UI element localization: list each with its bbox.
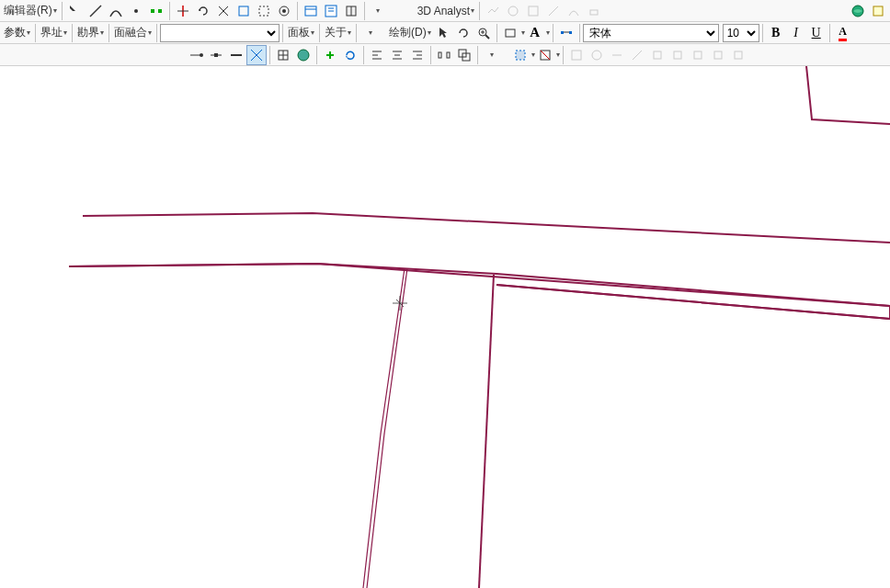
map-feature-line [83, 213, 890, 243]
text-dropdown-icon[interactable]: ▾ [546, 28, 550, 37]
align-center-icon[interactable] [387, 45, 407, 65]
disabled-extra-8 [708, 45, 728, 65]
refresh-icon[interactable] [340, 45, 360, 65]
italic-button[interactable]: I [786, 23, 806, 43]
disabled-extra-3 [607, 45, 627, 65]
font-size-select[interactable]: 10 [723, 24, 759, 42]
underline-button[interactable]: U [806, 23, 827, 43]
survey-menu-label: 勘界 [77, 25, 99, 40]
separator [62, 2, 63, 20]
svg-point-11 [282, 9, 286, 13]
pointer-icon[interactable] [433, 23, 453, 43]
select-rect-icon[interactable] [254, 1, 274, 21]
map-feature-line [384, 268, 407, 434]
separator [364, 2, 365, 20]
layer-combo[interactable] [160, 24, 280, 42]
draw-menu[interactable]: 绘制(D) ▾ [387, 25, 433, 40]
map-canvas[interactable] [0, 66, 890, 588]
distribute-h-icon[interactable] [434, 45, 454, 65]
font-color-button[interactable]: A [833, 23, 853, 43]
extend-tool-icon[interactable] [234, 1, 254, 21]
params-menu[interactable]: 参数 ▾ [2, 25, 32, 40]
edit-tool-icon[interactable] [65, 1, 86, 21]
svg-rect-59 [516, 51, 525, 60]
svg-rect-8 [239, 6, 248, 16]
trim-tool-icon[interactable] [213, 1, 234, 21]
svg-line-61 [541, 51, 550, 60]
disabled-extra-1 [566, 45, 587, 65]
rotate-icon[interactable] [453, 23, 474, 43]
align-right-icon[interactable] [407, 45, 428, 65]
snap-vertex-icon[interactable] [206, 45, 226, 65]
toolbar-overflow-icon[interactable]: ▾ [359, 23, 380, 43]
clear-dropdown-icon[interactable]: ▾ [556, 51, 560, 59]
separator [762, 24, 763, 42]
split-tool-icon[interactable] [173, 1, 193, 21]
bold-button[interactable]: B [766, 23, 786, 43]
more-options-icon[interactable]: ▾ [368, 1, 388, 21]
separator [108, 24, 109, 42]
svg-point-63 [592, 51, 601, 60]
globe-small-icon[interactable] [293, 45, 314, 65]
survey-menu[interactable]: 勘界 ▾ [75, 25, 106, 40]
analyst-menu[interactable]: 3D Analyst ▾ [416, 5, 476, 17]
selection-tool-icon[interactable] [510, 45, 531, 65]
buffer-tool-icon[interactable] [274, 1, 294, 21]
disabled-extra-4 [627, 45, 647, 65]
separator [319, 24, 320, 42]
text-tool-icon[interactable]: A [525, 23, 545, 43]
target-icon[interactable] [341, 1, 361, 21]
globe-icon[interactable] [848, 1, 868, 21]
chevron-down-icon: ▾ [63, 28, 67, 37]
svg-rect-24 [873, 6, 883, 16]
merge-menu[interactable]: 面融合 ▾ [112, 25, 154, 40]
point-tool-icon[interactable] [126, 1, 146, 21]
analyst-menu-label: 3D Analyst [417, 5, 470, 17]
svg-point-1 [134, 9, 138, 13]
edit-vertices-icon[interactable] [556, 23, 576, 43]
more-tool-icon[interactable]: ▾ [481, 45, 501, 65]
editor-menu[interactable]: 编辑器(R) ▾ [2, 3, 59, 18]
toolbar-row-3: ▾ ▾ ▾ [0, 44, 890, 66]
disabled-extra-6 [668, 45, 688, 65]
attributes-icon[interactable] [301, 1, 321, 21]
snap-endpoint-icon[interactable] [186, 45, 206, 65]
svg-rect-31 [569, 31, 572, 34]
group-icon[interactable] [454, 45, 474, 65]
font-select[interactable]: 宋体 [583, 24, 719, 42]
align-left-icon[interactable] [367, 45, 387, 65]
add-feature-icon[interactable] [320, 45, 340, 65]
disabled-extra-5 [647, 45, 668, 65]
line-tool-icon[interactable] [86, 1, 106, 21]
vertex-tool-icon[interactable] [146, 1, 166, 21]
separator [477, 46, 478, 64]
disabled-extra-7 [688, 45, 708, 65]
disabled-tool-5 [564, 1, 584, 21]
disabled-extra-2 [587, 45, 607, 65]
chevron-down-icon: ▾ [53, 6, 57, 15]
separator [479, 2, 480, 20]
map-addon-icon[interactable] [868, 1, 888, 21]
zoom-in-icon[interactable] [474, 23, 494, 43]
svg-rect-3 [158, 9, 162, 13]
svg-rect-69 [735, 51, 742, 59]
about-menu[interactable]: 关于 ▾ [323, 25, 353, 40]
panel-menu[interactable]: 面板 ▾ [286, 25, 316, 40]
sketch-props-icon[interactable] [321, 1, 341, 21]
separator [579, 24, 580, 42]
separator [156, 24, 157, 42]
grid-tool-icon[interactable] [273, 45, 293, 65]
svg-line-0 [90, 6, 101, 17]
params-menu-label: 参数 [4, 25, 26, 40]
boundary-menu[interactable]: 界址 ▾ [39, 25, 69, 40]
snap-edge-icon[interactable] [226, 45, 246, 65]
arc-tool-icon[interactable] [106, 1, 126, 21]
crosshair-cursor [393, 296, 407, 311]
chevron-down-icon: ▾ [148, 28, 152, 37]
clear-selection-icon[interactable] [535, 45, 555, 65]
rectangle-draw-icon[interactable] [500, 23, 520, 43]
rotate-tool-icon[interactable] [193, 1, 213, 21]
svg-point-34 [200, 53, 203, 57]
snap-intersect-icon[interactable] [246, 45, 267, 65]
svg-rect-30 [561, 31, 564, 34]
